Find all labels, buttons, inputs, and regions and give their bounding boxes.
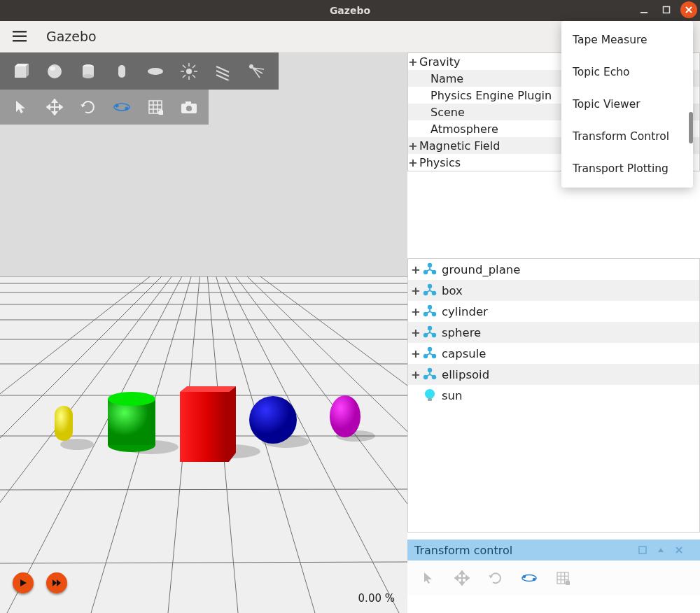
entity-label: ground_plane [442,263,520,276]
svg-marker-118 [455,576,458,580]
transform-control-titlebar[interactable]: Transform control [407,540,700,561]
svg-point-52 [83,74,94,78]
svg-rect-112 [639,547,646,554]
cylinder-icon [79,62,97,80]
app-window: Gazebo Gazebo [0,0,700,613]
insert-directional-light-button[interactable] [206,55,239,88]
playback-controls [13,572,67,593]
insert-box-button[interactable] [4,55,38,88]
tc-translate-button[interactable] [445,561,479,595]
world-tree-label: Magnetic Field [419,139,500,153]
insert-point-light-button[interactable] [172,55,206,88]
svg-point-49 [50,66,55,71]
entity-tree-row[interactable]: +sphere [408,322,699,343]
svg-marker-77 [80,104,85,107]
svg-line-61 [192,75,195,78]
entity-tree-row[interactable]: +ground_plane [408,259,699,280]
grid-snap-button[interactable] [139,90,172,124]
panel-maximize-button[interactable] [638,546,657,554]
insert-capsule-button[interactable] [105,55,139,88]
svg-marker-116 [460,571,464,574]
plugin-menu-item[interactable]: Transform Control [561,120,693,153]
transform-control-toolbar [407,561,700,596]
plugin-menu-item[interactable]: Topic Viewer [561,88,693,120]
app-title: Gazebo [34,29,97,44]
svg-marker-76 [59,105,62,109]
svg-point-80 [125,107,129,111]
popup-scrollbar-thumb[interactable] [689,112,693,143]
insert-ellipsoid-button[interactable] [139,55,172,88]
world-tree-label: Atmosphere [430,122,498,136]
svg-rect-53 [118,65,125,78]
svg-marker-42 [229,386,236,462]
window-minimize-button[interactable] [636,1,652,18]
svg-rect-4 [13,40,27,42]
tc-orbit-button[interactable] [512,561,546,595]
panel-collapse-button[interactable] [657,547,675,554]
svg-rect-45 [15,66,26,78]
model-icon [422,325,438,340]
svg-point-123 [533,578,536,581]
grid-icon [148,99,163,115]
insert-cylinder-button[interactable] [71,55,105,88]
manipulation-toolbar [0,90,209,125]
svg-line-62 [192,65,195,68]
move-icon [46,99,63,115]
plugin-menu-popup[interactable]: Tape MeasureTopic EchoTopic ViewerTransf… [561,21,693,188]
svg-marker-73 [52,99,57,102]
svg-line-60 [183,65,186,68]
directional-light-icon [214,62,232,80]
insert-sphere-button[interactable] [38,55,71,88]
svg-point-48 [48,64,62,78]
scene-render [0,52,407,613]
entity-tree-row[interactable]: +ellipsoid [408,364,699,385]
insert-spot-light-button[interactable] [239,55,273,88]
svg-point-55 [186,69,192,74]
svg-marker-92 [57,579,61,586]
hamburger-icon [13,31,27,42]
plugin-menu-item[interactable]: Tape Measure [561,24,693,56]
entity-tree-row[interactable]: sun [408,385,699,406]
world-tree-label: Scene [430,106,465,119]
orbit-tool-button[interactable] [105,90,139,124]
select-tool-button[interactable] [4,90,38,124]
svg-point-43 [249,396,297,444]
window-close-button[interactable] [680,1,697,18]
svg-point-39 [108,392,155,406]
svg-rect-40 [180,392,229,462]
plugin-menu-item[interactable]: Topic Echo [561,56,693,88]
svg-point-54 [148,68,163,75]
fast-forward-icon [52,579,62,587]
play-button[interactable] [13,572,34,593]
menu-button[interactable] [6,31,34,42]
svg-point-44 [330,395,360,437]
svg-rect-36 [55,406,73,441]
svg-marker-75 [47,105,50,109]
fast-forward-button[interactable] [46,572,67,593]
rotate-tool-button[interactable] [71,90,105,124]
tc-select-button[interactable] [412,561,445,595]
entity-tree[interactable]: +ground_plane+box+cylinder+sphere+capsul… [407,258,700,533]
svg-point-89 [186,106,192,111]
grid-icon [556,571,570,585]
window-maximize-button[interactable] [658,1,675,18]
entity-label: capsule [442,347,486,360]
light-icon [422,388,438,403]
rotate-icon [80,99,97,115]
translate-tool-button[interactable] [38,90,71,124]
ellipsoid-icon [146,62,164,80]
entity-tree-row[interactable]: +box [408,280,699,301]
3d-viewport[interactable]: 0.00 % [0,52,407,613]
entity-tree-row[interactable]: +cylinder [408,301,699,322]
spot-light-icon [247,62,265,80]
screenshot-button[interactable] [172,90,206,124]
world-tree-label: Physics Engine Plugin [430,89,552,102]
model-icon [422,367,438,382]
svg-point-86 [158,110,163,115]
entity-tree-row[interactable]: +capsule [408,343,699,364]
plugin-menu-item[interactable]: Transport Plotting [561,153,693,185]
capsule-icon [113,62,131,80]
tc-rotate-button[interactable] [479,561,512,595]
tc-grid-snap-button[interactable] [546,561,580,595]
panel-close-button[interactable] [675,546,693,554]
